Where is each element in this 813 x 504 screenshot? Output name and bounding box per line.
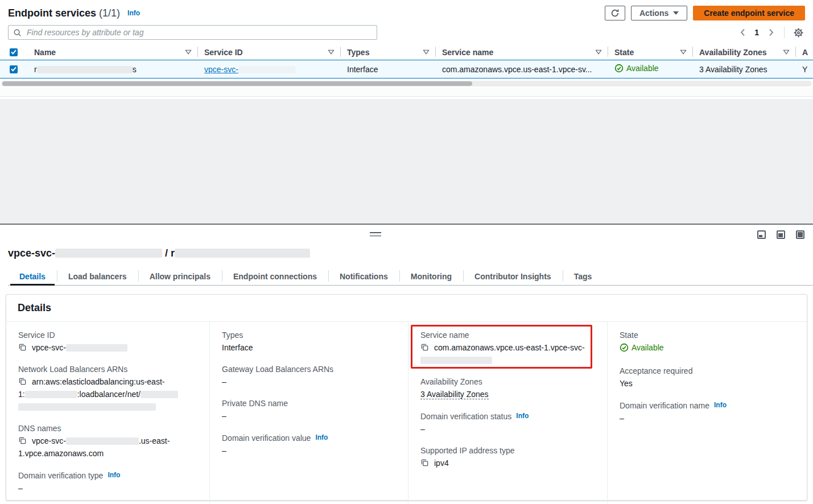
endpoint-services-table: Name Service ID Types xyxy=(0,44,813,97)
info-link[interactable]: Info xyxy=(108,471,120,479)
tab-notifications[interactable]: Notifications xyxy=(328,267,399,285)
page-title-text: Endpoint services xyxy=(8,7,96,19)
column-divider xyxy=(340,47,341,57)
info-link[interactable]: Info xyxy=(315,433,328,441)
tab-load-balancers[interactable]: Load balancers xyxy=(57,267,138,285)
copy-icon[interactable] xyxy=(420,343,429,352)
service-name-line2 xyxy=(420,354,597,366)
row-checkbox[interactable] xyxy=(10,65,18,73)
details-column-1: Service ID vpce-svc- Network Load Balanc… xyxy=(6,322,209,503)
tab-endpoint-connections[interactable]: Endpoint connections xyxy=(222,267,328,285)
tab-details[interactable]: Details xyxy=(8,267,57,285)
field-acceptance-required: Acceptance required Yes xyxy=(620,365,797,390)
tab-tags[interactable]: Tags xyxy=(563,267,604,285)
service-id-link[interactable]: vpce-svc- xyxy=(204,65,295,74)
availability-zones-link[interactable]: 3 Availability Zones xyxy=(699,65,767,74)
panel-size-large-icon[interactable] xyxy=(796,230,804,239)
nlb-arn-line1: arn:aws:elasticloadbalancing:us-east- xyxy=(32,375,164,388)
panel-size-small-icon[interactable] xyxy=(757,230,766,239)
column-header-service-name[interactable]: Service name xyxy=(435,44,608,60)
search-input[interactable] xyxy=(26,27,372,38)
field-domain-verification-status: Domain verification statusInfo – xyxy=(420,410,597,435)
check-circle-icon xyxy=(620,343,629,352)
tab-bar: Details Load balancers Allow principals … xyxy=(8,267,813,286)
check-circle-icon xyxy=(614,64,624,73)
filter-icon[interactable] xyxy=(783,49,790,55)
field-label: Service name xyxy=(420,329,597,341)
state-text: Available xyxy=(632,341,664,354)
field-label: Supported IP address type xyxy=(420,444,597,457)
filter-icon[interactable] xyxy=(185,49,192,55)
field-value: Yes xyxy=(620,377,797,390)
field-label: State xyxy=(620,329,797,341)
field-value: – xyxy=(420,423,597,435)
field-supported-ip-address-type: Supported IP address type ipv4 xyxy=(420,444,597,469)
scrollbar-thumb[interactable] xyxy=(2,81,472,86)
panel-title: vpce-svc- / r xyxy=(8,247,813,259)
copy-icon[interactable] xyxy=(18,343,27,352)
cell-state: Available xyxy=(608,64,692,75)
select-all-checkbox[interactable] xyxy=(10,48,18,56)
column-header-state[interactable]: State xyxy=(608,44,692,60)
service-name-line1: com.amazonaws.vpce.us-east-1.vpce-svc- xyxy=(434,341,585,354)
redacted-text xyxy=(238,66,295,73)
field-service-name: Service name com.amazonaws.vpce.us-east-… xyxy=(420,329,597,366)
create-endpoint-service-button[interactable]: Create endpoint service xyxy=(693,6,805,20)
tab-monitoring[interactable]: Monitoring xyxy=(399,267,463,285)
table-row[interactable]: rs vpce-svc- Interface com.amazonaws.vpc… xyxy=(0,60,813,79)
copy-icon[interactable] xyxy=(420,458,429,467)
resource-count: (1/1) xyxy=(99,7,120,19)
nlb-arn-path: :loadbalancer/net/ xyxy=(77,390,141,399)
actions-button[interactable]: Actions xyxy=(631,6,687,20)
scrollbar-track[interactable] xyxy=(1,81,812,86)
field-state: State Available xyxy=(620,329,797,356)
field-label: Types xyxy=(222,329,398,341)
split-panel-drag-handle[interactable] xyxy=(370,232,381,237)
previous-page-button[interactable] xyxy=(736,26,749,39)
filter-icon[interactable] xyxy=(595,49,602,55)
redacted-text xyxy=(25,391,77,398)
tab-contributor-insights[interactable]: Contributor Insights xyxy=(463,267,563,285)
column-header-name[interactable]: Name xyxy=(27,44,197,60)
field-value: – xyxy=(222,410,398,422)
filter-icon[interactable] xyxy=(680,49,687,55)
info-link[interactable]: Info xyxy=(516,412,529,420)
column-header-availability-zones[interactable]: Availability Zones xyxy=(692,44,795,60)
cell-service-name: com.amazonaws.vpce.us-east-1.vpce-sv... xyxy=(435,65,608,74)
field-value: – xyxy=(222,375,398,388)
copy-icon[interactable] xyxy=(18,436,27,445)
name-prefix: r xyxy=(34,65,37,74)
gear-icon xyxy=(793,27,804,38)
column-divider xyxy=(692,47,693,57)
field-dns-names: DNS names vpce-svc-.us-east- 1.vpce.amaz… xyxy=(18,422,199,460)
availability-zones-link[interactable]: 3 Availability Zones xyxy=(420,390,489,399)
panel-title-prefix: vpce-svc- xyxy=(8,247,55,259)
next-page-button[interactable] xyxy=(765,26,777,39)
filter-icon[interactable] xyxy=(328,49,335,55)
panel-size-medium-icon[interactable] xyxy=(777,230,785,239)
filter-icon[interactable] xyxy=(423,49,430,55)
details-column-3: Service name com.amazonaws.vpce.us-east-… xyxy=(408,322,607,503)
column-header-acceptance[interactable]: A xyxy=(795,44,813,60)
page-title: Endpoint services (1/1) Info xyxy=(8,7,140,19)
field-service-id: Service ID vpce-svc- xyxy=(18,329,199,354)
current-page-number[interactable]: 1 xyxy=(752,28,761,37)
column-header-service-id[interactable]: Service ID xyxy=(197,44,340,60)
info-link[interactable]: Info xyxy=(714,401,727,409)
info-link[interactable]: Info xyxy=(127,9,140,17)
cell-name: rs xyxy=(27,65,197,74)
redacted-text xyxy=(141,391,178,398)
cell-service-id: vpce-svc- xyxy=(197,65,340,74)
column-header-types[interactable]: Types xyxy=(340,44,435,60)
tab-allow-principals[interactable]: Allow principals xyxy=(138,267,222,285)
field-label: Availability Zones xyxy=(420,375,597,388)
copy-icon[interactable] xyxy=(18,377,27,386)
pagination: 1 xyxy=(736,26,805,39)
nlb-arn-line2: 1::loadbalancer/net/ xyxy=(18,388,199,400)
refresh-button[interactable] xyxy=(605,6,625,20)
field-label: DNS names xyxy=(18,422,199,435)
field-types: Types Interface xyxy=(222,329,398,354)
settings-button[interactable] xyxy=(791,26,805,39)
field-private-dns-name: Private DNS name – xyxy=(222,397,398,422)
redacted-text xyxy=(66,344,127,352)
